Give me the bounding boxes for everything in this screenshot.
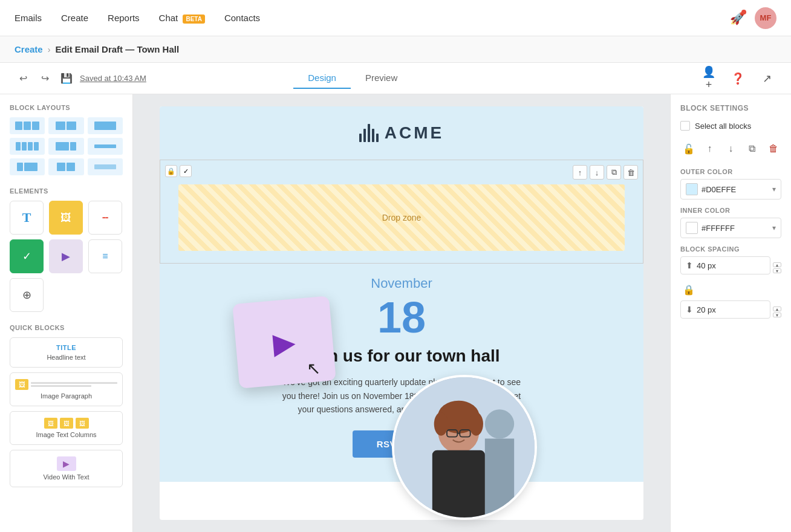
outer-color-value: #D0EFFE	[701, 185, 769, 194]
toolbar-left: ↩ ↪ 💾 Saved at 10:43 AM	[15, 70, 146, 87]
export-button[interactable]: ↗	[757, 69, 776, 88]
element-button[interactable]: ✓	[10, 239, 44, 273]
element-share[interactable]: ⊕	[10, 278, 44, 312]
breadcrumb-current: Edit Email Draft — Town Hall	[55, 44, 179, 54]
left-sidebar: BLOCK LAYOUTS	[0, 94, 133, 532]
quick-blocks-title: QUICK BLOCKS	[10, 324, 123, 331]
breadcrumb-create[interactable]: Create	[15, 44, 43, 54]
quick-block-headline[interactable]: TITLE Headline text	[10, 337, 123, 368]
block-move-up-button[interactable]: ↑	[701, 140, 718, 157]
drop-zone-label: Drop zone	[382, 213, 422, 222]
element-divider[interactable]: ╌	[88, 201, 122, 235]
spacing-top-down[interactable]: ▾	[773, 268, 781, 273]
undo-button[interactable]: ↩	[15, 70, 31, 87]
canvas-area[interactable]: ACME 🔒 ✓ ↑ ↓ ⧉ 🗑 Drop zone	[133, 94, 670, 532]
drop-zone[interactable]: Drop zone	[178, 184, 625, 251]
user-avatar[interactable]: MF	[755, 7, 776, 29]
layout-2col[interactable]	[48, 117, 83, 134]
chat-beta-badge: BETA	[183, 15, 204, 24]
outer-color-picker[interactable]: #D0EFFE ▾	[680, 179, 781, 199]
add-user-button[interactable]: 👤+	[699, 69, 718, 88]
move-down-button[interactable]: ↓	[590, 165, 604, 180]
copy-button[interactable]: ⧉	[607, 165, 621, 180]
layout-alt[interactable]	[88, 158, 123, 175]
video-drag-icon: ▶	[272, 324, 297, 360]
block-delete-button[interactable]: 🗑	[765, 140, 781, 157]
layout-sidebar-left[interactable]	[10, 158, 45, 175]
nav-contacts[interactable]: Contacts	[224, 13, 260, 23]
spacing-bottom-up[interactable]: ▴	[773, 307, 781, 311]
select-all-label: Select all blocks	[695, 122, 751, 131]
nav-right: 🚀 MF	[730, 7, 776, 29]
logo-bar-2	[363, 129, 366, 142]
spacing-top-spinner[interactable]: ▴ ▾	[773, 262, 781, 273]
inner-color-picker[interactable]: #FFFFFF ▾	[680, 218, 781, 238]
inner-color-label: INNER COLOR	[680, 207, 781, 214]
nav-links: Emails Create Reports Chat BETA Contacts	[15, 13, 260, 23]
select-all-checkbox[interactable]	[680, 121, 690, 131]
nav-emails[interactable]: Emails	[15, 13, 42, 23]
quick-blocks-list: TITLE Headline text 🖼 Image Paragraph 🖼	[10, 337, 123, 487]
logo-bar-3	[368, 124, 370, 142]
save-timestamp[interactable]: Saved at 10:43 AM	[80, 74, 146, 83]
spacing-top-up[interactable]: ▴	[773, 262, 781, 267]
notification-dot	[741, 10, 746, 15]
save-button[interactable]: 💾	[58, 70, 75, 87]
layout-wide-narrow[interactable]	[48, 138, 83, 155]
spacing-top-row: ⬆ 40 px	[680, 256, 770, 274]
layout-mixed[interactable]	[48, 158, 83, 175]
nav-chat[interactable]: Chat BETA	[159, 13, 205, 23]
outer-color-swatch	[686, 183, 698, 195]
block-controls-right: ↑ ↓ ⧉ 🗑	[573, 165, 638, 180]
move-up-button[interactable]: ↑	[573, 165, 587, 180]
block-lock-button[interactable]: 🔓	[680, 140, 697, 157]
svg-point-1	[485, 409, 514, 438]
inner-color-dropdown[interactable]: ▾	[772, 224, 776, 232]
quick-block-image-cols[interactable]: 🖼 🖼 🖼 Image Text Columns	[10, 411, 123, 445]
rocket-icon[interactable]: 🚀	[730, 11, 745, 25]
svg-rect-10	[432, 450, 485, 520]
svg-point-5	[434, 412, 448, 436]
outer-color-dropdown[interactable]: ▾	[772, 185, 776, 193]
qb-headline-title: TITLE	[15, 344, 117, 351]
lock-icon[interactable]: 🔒	[165, 165, 177, 177]
redo-button[interactable]: ↪	[36, 70, 53, 87]
element-text[interactable]: T	[10, 201, 44, 235]
qb-headline-label: Headline text	[15, 354, 117, 361]
email-header: ACME	[160, 106, 643, 160]
nav-create[interactable]: Create	[61, 13, 88, 23]
block-action-icons: 🔓 ↑ ↓ ⧉ 🗑	[680, 140, 781, 157]
logo-bar-5	[376, 134, 379, 142]
spacing-top-icon: ⬆	[686, 261, 693, 270]
block-duplicate-button[interactable]: ⧉	[744, 140, 760, 157]
layout-full[interactable]	[88, 117, 123, 134]
tab-preview[interactable]: Preview	[351, 68, 412, 89]
elements-grid: T 🖼 ╌ ✓ ▶ ≡ ⊕	[10, 201, 123, 312]
drag-card[interactable]: ▶	[232, 296, 336, 388]
check-icon[interactable]: ✓	[180, 165, 192, 177]
cursor-icon: ↖	[307, 358, 321, 378]
block-move-down-button[interactable]: ↓	[723, 140, 739, 157]
delete-button[interactable]: 🗑	[623, 165, 638, 180]
element-divider-line[interactable]: ≡	[88, 239, 122, 273]
tab-design[interactable]: Design	[293, 68, 351, 89]
help-button[interactable]: ❓	[728, 69, 747, 88]
logo-bar-4	[372, 129, 374, 142]
layout-narrow-wide[interactable]	[88, 138, 123, 155]
spacing-lock-icon[interactable]: 🔒	[683, 284, 695, 296]
nav-reports[interactable]: Reports	[108, 13, 140, 23]
qb-icon-col1: 🖼	[44, 418, 57, 429]
svg-point-6	[469, 412, 483, 436]
qb-image-cols-label: Image Text Columns	[15, 431, 117, 438]
layout-4col[interactable]	[10, 138, 45, 155]
quick-block-video[interactable]: ▶ Video With Text	[10, 450, 123, 487]
element-image[interactable]: 🖼	[49, 201, 83, 235]
toolbar: ↩ ↪ 💾 Saved at 10:43 AM Design Preview 👤…	[0, 63, 791, 94]
drag-overlay: ▶ ↖	[236, 300, 333, 384]
quick-block-image-para[interactable]: 🖼 Image Paragraph	[10, 372, 123, 406]
layout-3col[interactable]	[10, 117, 45, 134]
spacing-bottom-spinner[interactable]: ▴ ▾	[773, 307, 781, 317]
spacing-bottom-icon: ⬇	[686, 305, 693, 314]
element-video[interactable]: ▶	[49, 239, 83, 273]
spacing-bottom-down[interactable]: ▾	[773, 313, 781, 317]
